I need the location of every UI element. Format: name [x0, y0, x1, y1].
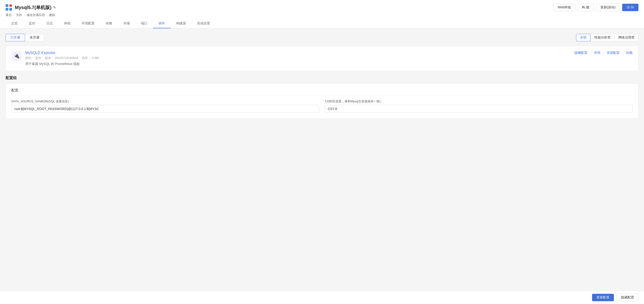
tab-build-source[interactable]: 构建源 [170, 19, 192, 28]
resource-config-link[interactable]: 资源配置 [607, 51, 620, 55]
plugin-name[interactable]: MySQLD Exporter [25, 51, 99, 55]
datasource-label: DATA_SOURCE_NAME(MySQL 连接信息) [11, 99, 319, 104]
bottom-action-bar: 更新配置 隐藏配置 [0, 291, 644, 295]
uninstall-link[interactable]: 卸载 [626, 51, 633, 55]
tab-plugins[interactable]: 插件 [153, 19, 170, 28]
config-field-datasource: DATA_SOURCE_NAME(MySQL 连接信息) [11, 99, 319, 113]
tab-overview[interactable]: 总览 [6, 19, 23, 28]
tab-port[interactable]: 端口 [136, 19, 153, 28]
config-field-tz: TZ(时区设置，请和Mysql主容器保持一致) [325, 99, 633, 113]
build-button[interactable]: 构 建 [578, 4, 594, 11]
filter-disabled-button[interactable]: 未开通 [25, 34, 44, 41]
logo-sq3 [6, 8, 8, 11]
tz-label: TZ(时区设置，请和Mysql主容器保持一致) [325, 99, 633, 104]
plugin-card: 🔌 MySQLD Exporter 类别： 监控 版本： 20220719165… [6, 46, 638, 71]
hide-config-bottom-button[interactable]: 隐藏配置 [617, 294, 638, 295]
logo-sq1 [6, 4, 8, 7]
tab-scale[interactable]: 伸缩 [58, 19, 76, 28]
plugin-version: 版本： 20220719165644 [45, 56, 78, 60]
filter-enabled-button[interactable]: 已开通 [6, 34, 25, 41]
plugin-description: 用于暴露 MySQL 的 Prometheus 指标 [25, 62, 99, 66]
tab-storage[interactable]: 存储 [118, 19, 136, 28]
plugin-icon: 🔌 [11, 51, 22, 61]
plugin-action-links: 隐藏配置 | 停用 | 资源配置 | 卸载 [574, 51, 633, 55]
tab-other-settings[interactable]: 其他设置 [192, 19, 216, 28]
plugin-details: MySQLD Exporter 类别： 监控 版本： 2022071916564… [25, 51, 99, 66]
config-section-title: 配置组 [6, 76, 638, 81]
config-card: 配置 DATA_SOURCE_NAME(MySQL 连接信息) TZ(时区设置，… [6, 83, 638, 119]
category-all-button[interactable]: 全部 [576, 34, 590, 41]
update-rolling-button[interactable]: 更新(滚动) [596, 4, 620, 11]
plugin-category: 类别： 监控 [25, 56, 41, 60]
app-logo [6, 4, 12, 11]
config-fields: DATA_SOURCE_NAME(MySQL 连接信息) TZ(时区设置，请和M… [11, 99, 633, 113]
visit-button[interactable]: 访 问 [622, 4, 638, 11]
config-section: 配置组 配置 DATA_SOURCE_NAME(MySQL 连接信息) TZ(时… [6, 76, 638, 119]
sub-actions-bar: 重启 | 关闭 | 修改所属应用 | 删除 [6, 13, 638, 19]
disable-plugin-link[interactable]: 停用 [594, 51, 600, 55]
category-performance-button[interactable]: 性能分析类 [590, 34, 614, 41]
config-card-title: 配置 [11, 88, 633, 96]
header-actions: Web终端 构 建 更新(滚动) 访 问 [553, 4, 638, 11]
header-top: Mysql5.7(单机版) ✎ Web终端 构 建 更新(滚动) 访 问 [6, 4, 638, 11]
logo-sq2 [9, 4, 12, 7]
filter-bar: 已开通 未开通 全部 性能分析类 网络治理类 [6, 34, 638, 41]
category-network-button[interactable]: 网络治理类 [614, 34, 638, 41]
edit-title-icon[interactable]: ✎ [53, 5, 56, 10]
close-link[interactable]: 关闭 [16, 13, 22, 17]
status-filter: 已开通 未开通 [6, 34, 44, 41]
restart-link[interactable]: 重启 [6, 13, 12, 17]
tab-dependencies[interactable]: 依赖 [100, 19, 118, 28]
main-content: 已开通 未开通 全部 性能分析类 网络治理类 🔌 MySQLD Exporter… [0, 28, 644, 295]
nav-tabs: 总览 监控 日志 伸缩 环境配置 依赖 存储 端口 插件 构建源 其他设置 [6, 19, 638, 28]
hide-config-link[interactable]: 隐藏配置 [574, 51, 588, 55]
header-left: Mysql5.7(单机版) ✎ [6, 4, 56, 11]
delete-link[interactable]: 删除 [49, 13, 55, 17]
tab-logs[interactable]: 日志 [41, 19, 58, 28]
logo-sq4 [9, 8, 12, 11]
modify-app-link[interactable]: 修改所属应用 [27, 13, 45, 17]
plug-icon: 🔌 [14, 53, 20, 59]
plugin-info: 🔌 MySQLD Exporter 类别： 监控 版本： 20220719165… [11, 51, 99, 66]
plugin-memory: 内存： 0 MB [82, 56, 99, 60]
plugin-card-header: 🔌 MySQLD Exporter 类别： 监控 版本： 20220719165… [11, 51, 633, 66]
web-terminal-button[interactable]: Web终端 [553, 4, 575, 11]
tz-input[interactable] [325, 105, 633, 113]
app-title: Mysql5.7(单机版) ✎ [15, 5, 56, 11]
tab-env-config[interactable]: 环境配置 [76, 19, 100, 28]
tab-monitor[interactable]: 监控 [23, 19, 41, 28]
page-header: Mysql5.7(单机版) ✎ Web终端 构 建 更新(滚动) 访 问 重启 … [0, 0, 644, 28]
plugin-meta: 类别： 监控 版本： 20220719165644 内存： 0 MB [25, 56, 99, 60]
update-config-button[interactable]: 更新配置 [592, 294, 614, 295]
category-filter: 全部 性能分析类 网络治理类 [576, 34, 638, 41]
datasource-input[interactable] [11, 105, 319, 113]
